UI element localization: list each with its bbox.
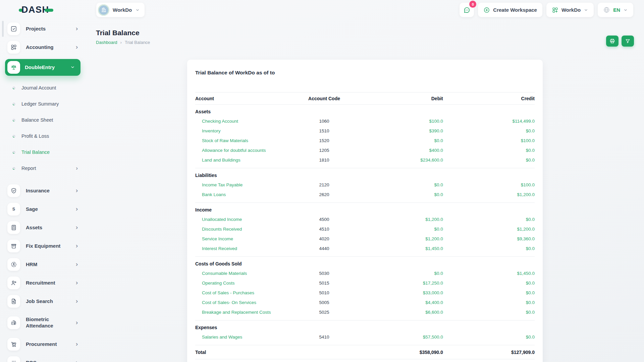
report-title: Trial Balance of WorkDo as of to: [195, 60, 535, 76]
user-plus-icon: [10, 280, 17, 286]
account-link[interactable]: Salaries and Wages: [195, 335, 242, 340]
chevron-right-icon: ›: [76, 187, 78, 194]
workspace-dropdown[interactable]: WorkDo: [546, 3, 594, 17]
bullet-icon: [12, 86, 16, 90]
scale-icon: [10, 64, 17, 71]
account-code: 1510: [297, 128, 352, 133]
total-credit: $127,909.0: [443, 350, 535, 355]
topbar: DASH WorkDo 0 Create Workspace: [0, 0, 644, 19]
bullet-icon: [12, 118, 16, 122]
debit-amount: $6,600.0: [352, 310, 443, 315]
sidebar-item-label: Fix Equipment: [26, 243, 76, 249]
account-link[interactable]: Interest Received: [195, 246, 237, 251]
table-section-costs-of-goods-sold: Costs of Goods SoldConsumable Materials5…: [195, 257, 535, 320]
column-header-credit: Credit: [443, 96, 535, 101]
sidebar-item-accounting[interactable]: Accounting›: [0, 40, 86, 55]
workspace-switcher[interactable]: WorkDo: [96, 3, 145, 17]
debit-amount: $0.0: [352, 192, 443, 197]
table-row: Land and Buildings1810$234,600.0$0.0: [195, 155, 535, 165]
debit-amount: $0.0: [352, 227, 443, 232]
account-link[interactable]: Inventory: [195, 128, 221, 133]
debit-amount: $1,200.0: [352, 217, 443, 222]
account-link[interactable]: Stock of Raw Materials: [195, 138, 248, 143]
bullet-icon: [12, 102, 16, 106]
debit-amount: $0.0: [352, 182, 443, 187]
submenu-item-trial-balance[interactable]: Trial Balance: [12, 146, 78, 158]
sidebar-item-sage[interactable]: SSage›: [0, 202, 86, 217]
submenu-item-label: Trial Balance: [21, 149, 78, 155]
credit-amount: $0.0: [443, 335, 535, 340]
submenu-item-report[interactable]: Report›: [12, 163, 78, 174]
account-link[interactable]: Cost of Sales- On Services: [195, 300, 256, 305]
language-dropdown[interactable]: EN: [598, 3, 633, 17]
submenu-item-label: Profit & Loss: [21, 133, 78, 139]
create-workspace-button[interactable]: Create Workspace: [478, 3, 542, 17]
cart-icon-wrap: [7, 338, 20, 351]
account-code: 1520: [297, 138, 352, 143]
debit-amount: $400.0: [352, 148, 443, 153]
sidebar-item-label: Recruitment: [26, 280, 76, 286]
submenu-item-balance-sheet[interactable]: Balance Sheet: [12, 114, 78, 126]
account-link[interactable]: Cost of Sales - Purchases: [195, 290, 254, 295]
calculator-icon: [10, 224, 17, 231]
sidebar-item-job-search[interactable]: Job Search›: [0, 294, 86, 309]
table-row: Consumable Materials5030$0.0$1,450.0: [195, 268, 535, 278]
submenu-item-ledger-summary[interactable]: Ledger Summary: [12, 98, 78, 110]
chevron-right-icon: ›: [76, 260, 78, 268]
account-code: 5410: [297, 335, 352, 340]
credit-amount: $0.0: [443, 158, 535, 163]
account-link[interactable]: Breakage and Replacement Costs: [195, 310, 271, 315]
account-link[interactable]: Land and Buildings: [195, 158, 240, 163]
breadcrumb-current: Trial Balance: [125, 40, 150, 45]
sidebar-item-insurance[interactable]: Insurance›: [0, 183, 86, 198]
total-debit: $358,090.0: [352, 350, 443, 355]
account-link[interactable]: Checking Account: [195, 119, 238, 124]
archive-icon-wrap: [7, 240, 20, 252]
account-link[interactable]: Bank Loans: [195, 192, 226, 197]
sidebar-scrollbar[interactable]: [2, 21, 4, 37]
account-link[interactable]: Allowance for doubtful accounts: [195, 148, 266, 153]
print-button[interactable]: [606, 36, 619, 47]
sidebar-item-procurement[interactable]: Procurement›: [0, 337, 86, 352]
account-link[interactable]: Income Tax Payable: [195, 182, 243, 187]
language-code: EN: [613, 7, 620, 13]
table-row: Interest Received4440$1,450.0$0.0: [195, 244, 535, 253]
plus-circle-icon: [483, 7, 490, 13]
archive-icon: [10, 243, 17, 249]
sidebar-item-fix-equipment[interactable]: Fix Equipment›: [0, 239, 86, 253]
account-link[interactable]: Unallocated Income: [195, 217, 242, 222]
submenu-item-profit-loss[interactable]: Profit & Loss: [12, 130, 78, 142]
table-row: Unallocated Income4500$1,200.0$0.0: [195, 215, 535, 224]
chevron-right-icon: ›: [76, 242, 78, 249]
sidebar-item-assets[interactable]: Assets›: [0, 220, 86, 235]
app-logo[interactable]: DASH: [19, 5, 53, 14]
submenu-item-label: Report: [21, 166, 76, 171]
chevron-down-icon: [135, 8, 140, 12]
sidebar-item-recruitment[interactable]: Recruitment›: [0, 276, 86, 290]
section-name: Costs of Goods Sold: [195, 257, 535, 268]
chevron-right-icon: ›: [76, 340, 78, 348]
debit-amount: $0.0: [352, 138, 443, 143]
credit-amount: $100.0: [443, 182, 535, 187]
grid-plus-icon: [552, 7, 558, 13]
filter-button[interactable]: [622, 36, 634, 47]
credit-amount: $0.0: [443, 217, 535, 222]
sidebar-item-hrm[interactable]: HRM›: [0, 257, 86, 272]
submenu-item-journal-account[interactable]: Journal Account: [12, 82, 78, 94]
breadcrumb-dashboard[interactable]: Dashboard: [96, 40, 117, 45]
account-link[interactable]: Service Income: [195, 236, 233, 241]
sidebar-item-label: Projects: [26, 26, 76, 32]
account-link[interactable]: Discounts Received: [195, 227, 242, 232]
sidebar-item-projects[interactable]: Projects›: [0, 21, 86, 36]
chevron-right-icon: ›: [76, 25, 78, 32]
messages-button[interactable]: 0: [460, 3, 474, 17]
sidebar-item-doubleentry[interactable]: DoubleEntry: [5, 59, 80, 76]
account-link[interactable]: Consumable Materials: [195, 271, 247, 276]
globe-icon: [603, 6, 610, 13]
table-row: Income Tax Payable2120$0.0$100.0: [195, 180, 535, 190]
sidebar-item-biometric-attendance[interactable]: Biometric Attendance›: [0, 312, 86, 333]
chevron-right-icon: ›: [76, 165, 78, 172]
account-link[interactable]: Operating Costs: [195, 281, 235, 286]
sidebar-item-pos[interactable]: POS›: [0, 355, 86, 362]
bullet-icon: [12, 134, 16, 138]
